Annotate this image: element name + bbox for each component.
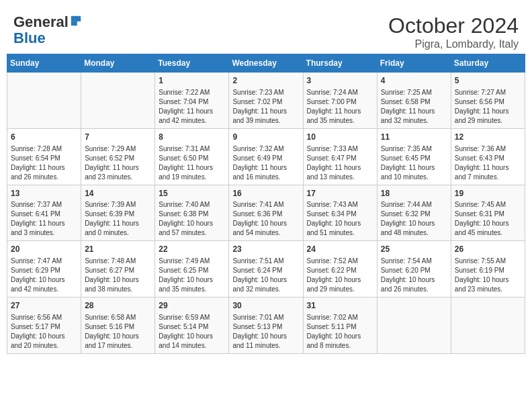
day-number: 13 — [11, 188, 77, 199]
calendar-cell: 7Sunrise: 7:29 AM Sunset: 6:52 PM Daylig… — [81, 128, 155, 185]
day-number: 30 — [232, 300, 299, 312]
calendar-cell: 19Sunrise: 7:45 AM Sunset: 6:31 PM Dayli… — [451, 185, 525, 241]
day-info: Sunrise: 7:45 AM Sunset: 6:31 PM Dayligh… — [455, 200, 521, 238]
logo-general-text: General — [13, 13, 69, 30]
day-number: 31 — [307, 300, 373, 312]
day-number: 11 — [381, 132, 447, 143]
calendar-cell: 25Sunrise: 7:54 AM Sunset: 6:20 PM Dayli… — [377, 241, 451, 298]
day-info: Sunrise: 7:29 AM Sunset: 6:52 PM Dayligh… — [85, 144, 151, 182]
calendar-cell: 5Sunrise: 7:27 AM Sunset: 6:56 PM Daylig… — [451, 73, 525, 129]
day-number: 26 — [455, 244, 521, 255]
week-row-4: 20Sunrise: 7:47 AM Sunset: 6:29 PM Dayli… — [7, 241, 525, 298]
calendar-cell: 24Sunrise: 7:52 AM Sunset: 6:22 PM Dayli… — [303, 241, 377, 298]
page-title: October 2024 — [388, 13, 519, 38]
day-info: Sunrise: 7:41 AM Sunset: 6:36 PM Dayligh… — [232, 200, 299, 238]
week-row-3: 13Sunrise: 7:37 AM Sunset: 6:41 PM Dayli… — [7, 185, 525, 241]
calendar-cell: 13Sunrise: 7:37 AM Sunset: 6:41 PM Dayli… — [7, 185, 81, 241]
day-number: 24 — [307, 244, 373, 255]
week-row-5: 27Sunrise: 6:56 AM Sunset: 5:17 PM Dayli… — [7, 298, 525, 354]
calendar-cell: 6Sunrise: 7:28 AM Sunset: 6:54 PM Daylig… — [7, 128, 81, 185]
day-info: Sunrise: 7:22 AM Sunset: 7:04 PM Dayligh… — [159, 88, 225, 126]
day-info: Sunrise: 7:49 AM Sunset: 6:25 PM Dayligh… — [159, 257, 225, 294]
day-number: 19 — [455, 188, 521, 199]
day-info: Sunrise: 7:44 AM Sunset: 6:32 PM Dayligh… — [381, 200, 447, 238]
page-header: General Blue October 2024 Pigra, Lombard… — [7, 7, 525, 54]
week-row-2: 6Sunrise: 7:28 AM Sunset: 6:54 PM Daylig… — [7, 128, 525, 185]
column-header-sunday: Sunday — [7, 54, 81, 73]
day-info: Sunrise: 7:32 AM Sunset: 6:49 PM Dayligh… — [232, 144, 299, 182]
calendar-cell: 31Sunrise: 7:02 AM Sunset: 5:11 PM Dayli… — [303, 298, 377, 354]
day-number: 10 — [307, 132, 373, 143]
day-number: 28 — [85, 300, 151, 312]
day-info: Sunrise: 7:36 AM Sunset: 6:43 PM Dayligh… — [455, 144, 521, 182]
column-header-thursday: Thursday — [303, 54, 377, 73]
day-number: 14 — [85, 188, 151, 199]
column-header-friday: Friday — [377, 54, 451, 73]
day-number: 17 — [307, 188, 373, 199]
day-info: Sunrise: 6:56 AM Sunset: 5:17 PM Dayligh… — [11, 313, 77, 351]
week-row-1: 1Sunrise: 7:22 AM Sunset: 7:04 PM Daylig… — [7, 73, 525, 129]
day-info: Sunrise: 6:59 AM Sunset: 5:14 PM Dayligh… — [159, 313, 225, 351]
column-header-monday: Monday — [81, 54, 155, 73]
calendar-cell: 21Sunrise: 7:48 AM Sunset: 6:27 PM Dayli… — [81, 241, 155, 298]
day-number: 21 — [85, 244, 151, 255]
day-number: 16 — [232, 188, 299, 199]
day-info: Sunrise: 7:33 AM Sunset: 6:47 PM Dayligh… — [307, 144, 373, 182]
day-number: 23 — [232, 244, 299, 255]
column-header-saturday: Saturday — [451, 54, 525, 73]
day-info: Sunrise: 7:31 AM Sunset: 6:50 PM Dayligh… — [159, 144, 225, 182]
day-number: 7 — [85, 132, 151, 143]
day-info: Sunrise: 6:58 AM Sunset: 5:16 PM Dayligh… — [85, 313, 151, 351]
day-info: Sunrise: 7:39 AM Sunset: 6:39 PM Dayligh… — [85, 200, 151, 238]
day-number: 18 — [381, 188, 447, 199]
calendar-cell: 14Sunrise: 7:39 AM Sunset: 6:39 PM Dayli… — [81, 185, 155, 241]
day-info: Sunrise: 7:43 AM Sunset: 6:34 PM Dayligh… — [307, 200, 373, 238]
day-number: 4 — [381, 75, 447, 87]
day-info: Sunrise: 7:35 AM Sunset: 6:45 PM Dayligh… — [381, 144, 447, 182]
day-info: Sunrise: 7:51 AM Sunset: 6:24 PM Dayligh… — [232, 257, 299, 294]
day-info: Sunrise: 7:28 AM Sunset: 6:54 PM Dayligh… — [11, 144, 77, 182]
calendar-cell — [451, 298, 525, 354]
day-number: 3 — [307, 75, 373, 87]
day-info: Sunrise: 7:52 AM Sunset: 6:22 PM Dayligh… — [307, 257, 373, 294]
page-subtitle: Pigra, Lombardy, Italy — [388, 38, 519, 50]
calendar-cell: 2Sunrise: 7:23 AM Sunset: 7:02 PM Daylig… — [229, 73, 303, 129]
calendar-cell: 11Sunrise: 7:35 AM Sunset: 6:45 PM Dayli… — [377, 128, 451, 185]
day-info: Sunrise: 7:48 AM Sunset: 6:27 PM Dayligh… — [85, 257, 151, 294]
column-header-tuesday: Tuesday — [155, 54, 229, 73]
calendar-cell: 22Sunrise: 7:49 AM Sunset: 6:25 PM Dayli… — [155, 241, 229, 298]
day-info: Sunrise: 7:23 AM Sunset: 7:02 PM Dayligh… — [232, 88, 299, 126]
calendar-cell: 1Sunrise: 7:22 AM Sunset: 7:04 PM Daylig… — [155, 73, 229, 129]
day-number: 8 — [159, 132, 225, 143]
svg-marker-0 — [71, 16, 81, 21]
calendar-cell: 26Sunrise: 7:55 AM Sunset: 6:19 PM Dayli… — [451, 241, 525, 298]
calendar-cell: 8Sunrise: 7:31 AM Sunset: 6:50 PM Daylig… — [155, 128, 229, 185]
calendar-cell: 10Sunrise: 7:33 AM Sunset: 6:47 PM Dayli… — [303, 128, 377, 185]
day-info: Sunrise: 7:40 AM Sunset: 6:38 PM Dayligh… — [159, 200, 225, 238]
svg-marker-1 — [71, 21, 77, 26]
day-info: Sunrise: 7:01 AM Sunset: 5:13 PM Dayligh… — [232, 313, 299, 351]
day-info: Sunrise: 7:55 AM Sunset: 6:19 PM Dayligh… — [455, 257, 521, 294]
calendar-cell — [7, 73, 81, 129]
calendar-cell: 3Sunrise: 7:24 AM Sunset: 7:00 PM Daylig… — [303, 73, 377, 129]
day-info: Sunrise: 7:02 AM Sunset: 5:11 PM Dayligh… — [307, 313, 373, 351]
header-row: SundayMondayTuesdayWednesdayThursdayFrid… — [7, 54, 525, 73]
calendar-cell: 16Sunrise: 7:41 AM Sunset: 6:36 PM Dayli… — [229, 185, 303, 241]
logo: General Blue — [13, 13, 82, 46]
calendar-cell — [377, 298, 451, 354]
calendar-cell — [81, 73, 155, 129]
calendar-cell: 30Sunrise: 7:01 AM Sunset: 5:13 PM Dayli… — [229, 298, 303, 354]
day-number: 12 — [455, 132, 521, 143]
day-number: 9 — [232, 132, 299, 143]
day-number: 27 — [11, 300, 77, 312]
day-info: Sunrise: 7:47 AM Sunset: 6:29 PM Dayligh… — [11, 257, 77, 294]
calendar-cell: 28Sunrise: 6:58 AM Sunset: 5:16 PM Dayli… — [81, 298, 155, 354]
day-number: 6 — [11, 132, 77, 143]
title-area: October 2024 Pigra, Lombardy, Italy — [388, 13, 519, 50]
logo-flag-icon — [70, 15, 82, 27]
day-info: Sunrise: 7:54 AM Sunset: 6:20 PM Dayligh… — [381, 257, 447, 294]
day-number: 22 — [159, 244, 225, 255]
calendar-cell: 9Sunrise: 7:32 AM Sunset: 6:49 PM Daylig… — [229, 128, 303, 185]
calendar-cell: 4Sunrise: 7:25 AM Sunset: 6:58 PM Daylig… — [377, 73, 451, 129]
day-number: 15 — [159, 188, 225, 199]
